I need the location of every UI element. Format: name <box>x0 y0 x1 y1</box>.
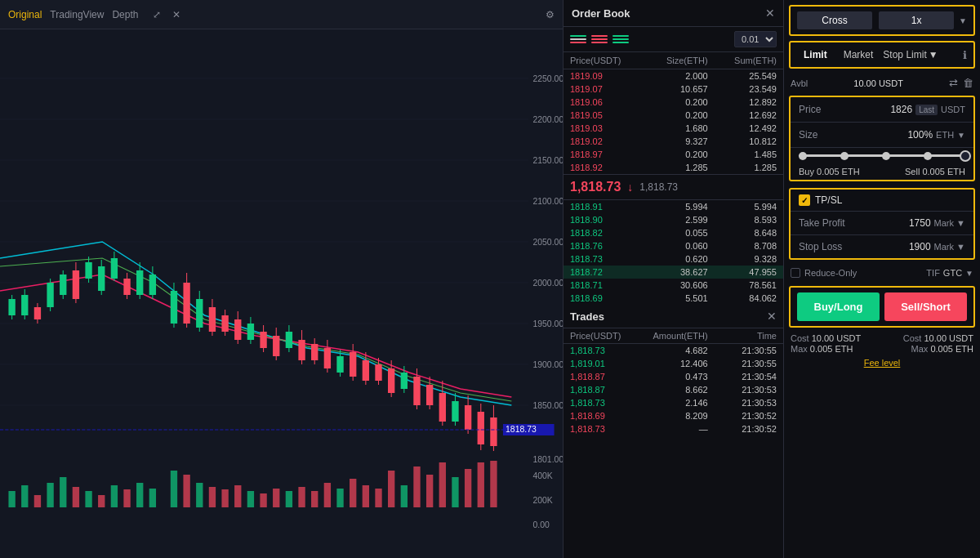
buy-order-row[interactable]: 1818.90 2.599 8.593 <box>564 213 783 226</box>
svg-rect-99 <box>8 491 15 507</box>
close-chart-icon[interactable]: ✕ <box>172 9 180 20</box>
stop-loss-value-group[interactable]: 1900 Mark ▼ <box>909 241 965 252</box>
sell-order-row[interactable]: 1819.06 0.200 12.892 <box>564 96 783 109</box>
slider-dot-50[interactable] <box>882 152 890 160</box>
buy-quantity: Buy 0.005 ETH <box>799 167 860 176</box>
buy-order-row[interactable]: 1818.91 5.994 5.994 <box>564 200 783 213</box>
slider-dot-0[interactable] <box>799 152 807 160</box>
buy-order-row[interactable]: 1818.71 30.606 78.561 <box>564 279 783 292</box>
stop-loss-row: Stop Loss 1900 Mark ▼ <box>791 235 973 258</box>
trade-row: 1,818.69 8.209 21:30:52 <box>564 409 783 422</box>
price-value: 1826 <box>890 104 912 115</box>
buy-order-row[interactable]: 1818.69 5.501 84.062 <box>564 292 783 305</box>
slider-dot-75[interactable] <box>924 152 932 160</box>
svg-rect-117 <box>247 491 254 507</box>
svg-rect-130 <box>413 466 420 507</box>
reduce-only-checkbox[interactable] <box>791 268 800 278</box>
svg-rect-135 <box>478 462 484 507</box>
chart-toolbar: Original TradingView Depth ⤢ ✕ ⚙ <box>0 0 563 29</box>
price-direction-icon: ↓ <box>627 181 633 194</box>
ob-view-both-icon[interactable] <box>570 33 586 45</box>
svg-text:2000.00: 2000.00 <box>532 279 563 288</box>
chart-tab-original[interactable]: Original <box>8 9 42 20</box>
buy-order-row[interactable]: 1818.73 0.620 9.328 <box>564 252 783 266</box>
svg-rect-123 <box>324 483 331 507</box>
chart-tab-depth[interactable]: Depth <box>112 9 138 20</box>
trade-row: 1,818.73 4.682 21:30:55 <box>564 344 783 357</box>
sell-order-row[interactable]: 1819.02 9.327 10.812 <box>564 135 783 148</box>
size-value-group[interactable]: 100% ETH ▼ <box>907 129 965 141</box>
buy-order-row[interactable]: 1818.76 0.060 8.708 <box>564 239 783 252</box>
take-profit-value-group[interactable]: 1750 Mark ▼ <box>909 217 965 229</box>
fee-level-link[interactable]: Fee level <box>864 358 901 368</box>
slider-dot-25[interactable] <box>840 152 849 160</box>
leverage-value-button[interactable]: 1x <box>879 11 954 29</box>
leverage-row: Cross 1x ▼ <box>789 5 975 36</box>
stop-loss-label: Stop Loss <box>799 241 842 252</box>
buy-orders: 1818.91 5.994 5.994 1818.90 2.599 8.593 … <box>564 200 783 305</box>
buy-long-button[interactable]: Buy/Long <box>797 292 880 321</box>
last-badge: Last <box>915 105 938 115</box>
sell-short-button[interactable]: Sell/Short <box>884 292 967 321</box>
size-unit: ETH <box>936 130 954 140</box>
stop-loss-unit[interactable]: Mark ▼ <box>934 242 965 252</box>
price-label: Price <box>799 104 821 115</box>
buy-order-row-highlight[interactable]: 1818.72 38.627 47.955 <box>564 266 783 279</box>
svg-text:2200.00: 2200.00 <box>532 115 563 124</box>
chart-area: Original TradingView Depth ⤢ ✕ ⚙ 2250.00… <box>0 0 564 558</box>
tpsl-checkbox[interactable] <box>799 194 810 206</box>
trades-close-icon[interactable]: ✕ <box>767 310 777 323</box>
size-value: 100% <box>907 129 933 141</box>
sell-order-row[interactable]: 1819.03 1.680 12.492 <box>564 122 783 135</box>
ob-size-select[interactable]: 0.01 <box>734 31 777 47</box>
current-price-sub: 1,818.73 <box>639 181 678 193</box>
reduce-only-label: Reduce-Only <box>804 268 857 278</box>
transfer-icon[interactable]: ⇄ <box>949 77 958 89</box>
sell-order-row[interactable]: 1818.97 0.200 1.485 <box>564 148 783 161</box>
ob-col-sum: Sum(ETH) <box>708 56 777 65</box>
limit-order-tab[interactable]: Limit <box>797 46 834 64</box>
slider-dot-100[interactable] <box>960 150 971 162</box>
svg-rect-131 <box>426 475 433 507</box>
svg-rect-111 <box>171 471 177 507</box>
trades-col-amount: Amount(ETH) <box>639 331 707 341</box>
amount-slider[interactable] <box>799 154 965 157</box>
sell-order-row[interactable]: 1819.05 0.200 12.692 <box>564 109 783 122</box>
price-value-group[interactable]: 1826 Last USDT <box>890 104 965 115</box>
info-icon[interactable]: ℹ <box>963 49 967 61</box>
tif-chevron-icon: ▼ <box>965 269 973 278</box>
order-book-close-icon[interactable]: ✕ <box>765 7 775 20</box>
stop-limit-dropdown[interactable]: Stop Limit ▼ <box>883 49 938 60</box>
svg-text:1801.00: 1801.00 <box>532 455 563 464</box>
sell-max-label: Max 0.005 ETH <box>903 344 973 354</box>
sell-order-row[interactable]: 1819.07 10.657 23.549 <box>564 83 783 96</box>
take-profit-row: Take Profit 1750 Mark ▼ <box>791 212 973 235</box>
tif-label: TIF <box>926 268 940 278</box>
expand-icon[interactable]: ⤢ <box>153 9 161 20</box>
sell-order-row[interactable]: 1818.92 1.285 1.285 <box>564 161 783 174</box>
svg-rect-105 <box>85 491 91 507</box>
settings-icon[interactable]: ⚙ <box>546 9 555 20</box>
svg-rect-133 <box>452 477 458 507</box>
chart-tab-tradingview[interactable]: TradingView <box>50 9 104 20</box>
svg-rect-100 <box>21 485 28 507</box>
tpsl-label: TP/SL <box>815 194 842 206</box>
take-profit-unit[interactable]: Mark ▼ <box>934 218 965 228</box>
svg-rect-106 <box>98 495 105 507</box>
ob-view-sell-icon[interactable] <box>591 33 608 45</box>
tif-value[interactable]: GTC <box>943 268 962 278</box>
sell-order-row[interactable]: 1819.09 2.000 25.549 <box>564 69 783 83</box>
market-order-tab[interactable]: Market <box>837 46 880 64</box>
ob-view-buy-icon[interactable] <box>612 33 629 45</box>
order-book-header: Order Book ✕ <box>564 0 783 27</box>
svg-rect-118 <box>260 493 266 507</box>
svg-rect-127 <box>375 489 381 507</box>
wallet-icon[interactable]: 🗑 <box>963 77 973 89</box>
svg-text:2250.00: 2250.00 <box>532 74 563 83</box>
tpsl-header: TP/SL <box>791 190 973 212</box>
svg-rect-108 <box>123 489 130 507</box>
cross-button[interactable]: Cross <box>797 11 872 29</box>
stop-limit-chevron-icon: ▼ <box>929 49 938 60</box>
take-profit-label: Take Profit <box>799 217 845 229</box>
buy-order-row[interactable]: 1818.82 0.055 8.648 <box>564 226 783 239</box>
